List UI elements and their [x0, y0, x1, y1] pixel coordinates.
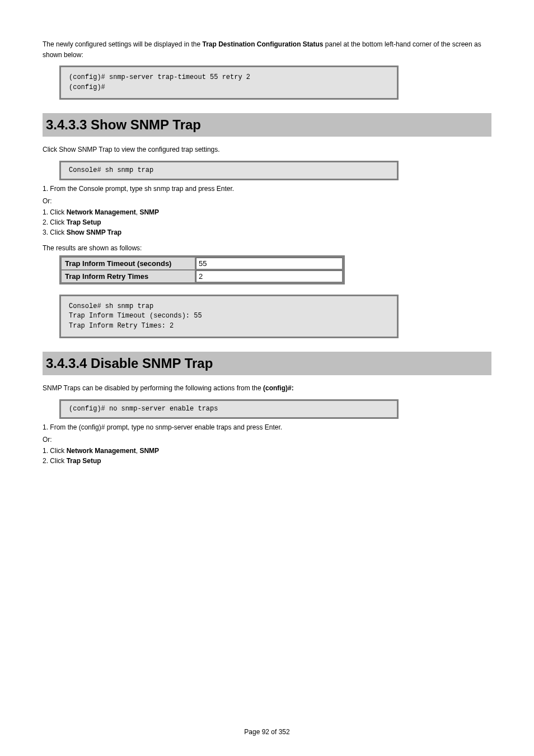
menu-network-management: Network Management — [67, 208, 136, 216]
section1-intro: Click Show SNMP Trap to view the configu… — [43, 144, 491, 155]
text: Click — [43, 146, 59, 153]
table-row: Trap Inform Retry Times — [61, 270, 343, 283]
section2-intro: SNMP Traps can be disabled by performing… — [43, 383, 491, 394]
stepB-or: Or: — [43, 436, 491, 444]
step-1-console: 1. From the Console prompt, type sh snmp… — [43, 185, 491, 193]
cell-trap-inform-timeout-value — [195, 257, 343, 270]
menu-show-snmp-trap: Show SNMP Trap — [67, 228, 121, 236]
config-prompt: (config)#: — [263, 384, 294, 392]
code-block-sh-snmp-trap-result: Console# sh snmp trap Trap Inform Timeou… — [59, 295, 399, 338]
trap-inform-timeout-input[interactable] — [196, 258, 343, 269]
step-2-gui: 2. Click Trap Setup — [43, 218, 491, 226]
stepB-2-gui: 2. Click Trap Setup — [43, 457, 491, 465]
text: 1. Click — [43, 208, 67, 216]
step-3-gui: 3. Click Show SNMP Trap — [43, 228, 491, 236]
intro-paragraph: The newly configured settings will be di… — [43, 39, 491, 60]
show-snmp-trap-link[interactable]: Show SNMP Trap — [59, 146, 112, 153]
text: 1. Click — [43, 447, 67, 455]
stepB-1-gui: 1. Click Network Management, SNMP — [43, 447, 491, 455]
stepB-1-console: 1. From the (config)# prompt, type no sn… — [43, 423, 491, 431]
text: 3. Click — [43, 228, 67, 236]
menu-snmp-2: SNMP — [139, 447, 159, 455]
text: 2. Click — [43, 457, 67, 465]
step-or: Or: — [43, 197, 491, 205]
results-intro: The results are shown as follows: — [43, 244, 491, 252]
menu-snmp: SNMP — [139, 208, 159, 216]
menu-trap-setup: Trap Setup — [67, 218, 101, 226]
table-row: Trap Inform Timeout (seconds) — [61, 257, 343, 270]
text: to view the configured trap settings. — [113, 146, 220, 153]
text: 2. Click — [43, 218, 67, 226]
page-footer: Page 92 of 352 — [0, 728, 534, 736]
text: The newly configured settings will be di… — [43, 40, 203, 48]
panel-name: Trap Destination Configuration Status — [203, 40, 324, 48]
trap-inform-retry-input[interactable] — [196, 270, 343, 282]
text: SNMP Traps can be disabled by performing… — [43, 384, 263, 392]
trap-settings-table: Trap Inform Timeout (seconds) Trap Infor… — [59, 255, 345, 284]
label-trap-inform-retry: Trap Inform Retry Times — [61, 270, 195, 283]
code-block-no-snmp-enable-traps: (config)# no snmp-server enable traps — [59, 399, 399, 419]
code-block-sh-snmp-trap: Console# sh snmp trap — [59, 161, 399, 180]
menu-network-management-2: Network Management — [67, 447, 136, 455]
section-heading-show-snmp-trap: 3.4.3.3 Show SNMP Trap — [43, 113, 491, 137]
label-trap-inform-timeout: Trap Inform Timeout (seconds) — [61, 257, 195, 270]
cell-trap-inform-retry-value — [195, 270, 343, 283]
menu-trap-setup-2: Trap Setup — [67, 457, 101, 465]
step-1-gui: 1. Click Network Management, SNMP — [43, 208, 491, 216]
code-block-trap-timeout: (config)# snmp-server trap-timeout 55 re… — [59, 66, 399, 100]
section-heading-disable-snmp-trap: 3.4.3.4 Disable SNMP Trap — [43, 352, 491, 375]
